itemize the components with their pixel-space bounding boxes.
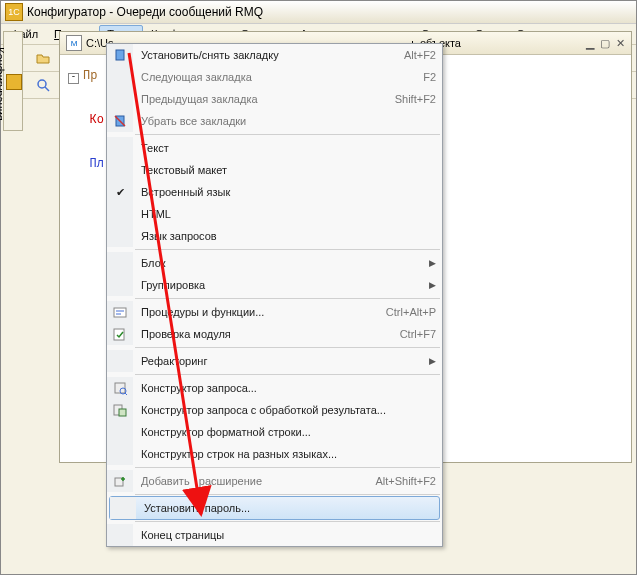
menu-item[interactable]: Конструктор запроса с обработкой результ… <box>107 399 442 421</box>
shortcut-label: F2 <box>423 71 436 83</box>
svg-rect-27 <box>114 329 124 340</box>
blank-icon <box>107 274 133 296</box>
titlebar: 1C Конфигуратор - Очереди сообщений RMQ <box>1 1 636 24</box>
menu-item-label: Текст <box>133 142 436 154</box>
module-icon: M <box>66 35 82 51</box>
menu-item[interactable]: Блок▶ <box>107 252 442 274</box>
query-result-icon <box>107 399 133 421</box>
menu-item[interactable]: Предыдущая закладкаShift+F2 <box>107 88 442 110</box>
window-title: Конфигуратор - Очереди сообщений RMQ <box>27 5 263 19</box>
menu-item[interactable]: Язык запросов <box>107 225 442 247</box>
menu-item-label: Добавить расширение <box>133 475 375 487</box>
menu-item-label: Предыдущая закладка <box>133 93 395 105</box>
menu-item-label: Встроенный язык <box>133 186 436 198</box>
bookmark-toggle-icon <box>107 44 133 66</box>
menu-item-label: Конструктор строк на разных языках... <box>133 448 436 460</box>
menu-item[interactable]: HTML <box>107 203 442 225</box>
blank-icon <box>107 524 133 546</box>
menu-item-label: Убрать все закладки <box>133 115 436 127</box>
menu-item[interactable]: Проверка модуляCtrl+F7 <box>107 323 442 345</box>
side-tab-config[interactable]: Конфигурация <box>3 31 23 131</box>
shortcut-label: Ctrl+Alt+P <box>386 306 436 318</box>
svg-rect-23 <box>116 50 124 60</box>
doc-window-controls: ▁ ▢ ✕ <box>586 37 625 50</box>
menu-item-label: Конструктор запроса с обработкой результ… <box>133 404 436 416</box>
blank-icon <box>107 66 133 88</box>
menu-item[interactable]: Конец страницы <box>107 524 442 546</box>
menu-item-label: Конструктор форматной строки... <box>133 426 436 438</box>
menu-item[interactable]: Установить пароль... <box>109 496 440 520</box>
blank-icon <box>110 497 136 519</box>
svg-rect-26 <box>114 308 126 317</box>
close-icon[interactable]: ✕ <box>616 37 625 50</box>
config-icon <box>6 74 22 90</box>
menu-item[interactable]: Конструктор форматной строки... <box>107 421 442 443</box>
text-menu-dropdown: Установить/снять закладкуAlt+F2Следующая… <box>106 43 443 547</box>
svg-point-7 <box>38 80 46 88</box>
blank-icon <box>107 159 133 181</box>
menu-item-label: Установить/снять закладку <box>133 49 404 61</box>
find-icon[interactable] <box>31 73 55 97</box>
check: ✔ <box>107 181 133 203</box>
submenu-arrow-icon: ▶ <box>423 280 436 290</box>
app-icon: 1C <box>5 3 23 21</box>
blank-icon <box>107 225 133 247</box>
menu-item[interactable]: Процедуры и функции...Ctrl+Alt+P <box>107 301 442 323</box>
menu-item[interactable]: Текстовый макет <box>107 159 442 181</box>
extension-add-icon <box>107 470 133 492</box>
menu-item-label: HTML <box>133 208 436 220</box>
submenu-arrow-icon: ▶ <box>423 258 436 268</box>
menu-item-label: Язык запросов <box>133 230 436 242</box>
menu-item-label: Блок <box>133 257 423 269</box>
menu-item[interactable]: Убрать все закладки <box>107 110 442 132</box>
menu-item-label: Процедуры и функции... <box>133 306 386 318</box>
query-builder-icon <box>107 377 133 399</box>
menu-item[interactable]: Добавить расширениеAlt+Shift+F2 <box>107 470 442 492</box>
menu-item-label: Установить пароль... <box>136 502 435 514</box>
menu-item-label: Конструктор запроса... <box>133 382 436 394</box>
check-module-icon <box>107 323 133 345</box>
menu-item[interactable]: Конструктор запроса... <box>107 377 442 399</box>
blank-icon <box>107 421 133 443</box>
blank-icon <box>107 350 133 372</box>
minimize-icon[interactable]: ▁ <box>586 37 594 50</box>
blank-icon <box>107 203 133 225</box>
fold-toggle[interactable]: - <box>68 73 79 84</box>
menu-item[interactable]: Рефакторинг▶ <box>107 350 442 372</box>
open-icon[interactable] <box>31 46 55 70</box>
shortcut-label: Alt+Shift+F2 <box>375 475 436 487</box>
maximize-icon[interactable]: ▢ <box>600 37 610 50</box>
menu-item-label: Следующая закладка <box>133 71 423 83</box>
menu-item-label: Конец страницы <box>133 529 436 541</box>
menu-item-label: Рефакторинг <box>133 355 423 367</box>
shortcut-label: Shift+F2 <box>395 93 436 105</box>
blank-icon <box>107 443 133 465</box>
proc-icon <box>107 301 133 323</box>
menu-item[interactable]: Текст <box>107 137 442 159</box>
menu-item-label: Группировка <box>133 279 423 291</box>
bookmark-clear-icon <box>107 110 133 132</box>
menu-item[interactable]: ✔Встроенный язык <box>107 181 442 203</box>
blank-icon <box>107 252 133 274</box>
blank-icon <box>107 88 133 110</box>
side-tab-label: Конфигурация <box>0 47 6 121</box>
menu-item[interactable]: Конструктор строк на разных языках... <box>107 443 442 465</box>
menu-item[interactable]: Группировка▶ <box>107 274 442 296</box>
menu-item[interactable]: Установить/снять закладкуAlt+F2 <box>107 44 442 66</box>
blank-icon <box>107 137 133 159</box>
menu-item-label: Проверка модуля <box>133 328 400 340</box>
shortcut-label: Ctrl+F7 <box>400 328 436 340</box>
submenu-arrow-icon: ▶ <box>423 356 436 366</box>
menu-item-label: Текстовый макет <box>133 164 436 176</box>
shortcut-label: Alt+F2 <box>404 49 436 61</box>
menu-item[interactable]: Следующая закладкаF2 <box>107 66 442 88</box>
svg-rect-31 <box>119 409 126 416</box>
